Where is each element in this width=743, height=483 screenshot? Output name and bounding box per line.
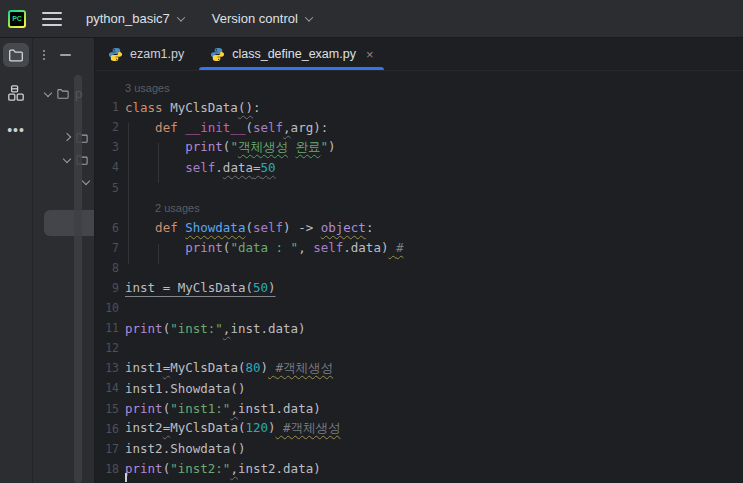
code-line[interactable]: 18print("inst2:",inst2.data)	[95, 459, 743, 479]
code-line[interactable]: 11print("inst:",inst.data)	[95, 318, 743, 338]
code-text: class MyClsData():	[125, 100, 261, 115]
code-token: 완료	[295, 139, 320, 154]
code-token: "	[230, 139, 238, 154]
line-number[interactable]: 12	[95, 341, 119, 355]
line-number[interactable]: 3	[95, 140, 119, 154]
project-tree-row[interactable]: p	[33, 82, 94, 104]
code-text: inst = MyClsData(50)	[125, 280, 276, 295]
more-tool-windows-button[interactable]: •••	[3, 118, 29, 142]
code-token: Showdata	[185, 220, 245, 235]
chevron-down-icon	[305, 13, 313, 21]
tree-chevron-down-icon[interactable]	[44, 89, 52, 97]
code-token: self	[253, 120, 283, 135]
usages-inlay-hint-label[interactable]: 2 usages	[125, 202, 200, 214]
code-line[interactable]: 9inst = MyClsData(50)	[95, 278, 743, 298]
code-token: inst = MyClsData(	[125, 280, 253, 295]
code-text: print("객체생성 완료")	[125, 139, 336, 156]
code-line[interactable]: 2 def __init__(self,arg):	[95, 117, 743, 137]
line-number[interactable]: 5	[95, 181, 119, 195]
panel-options-icon[interactable]	[43, 50, 45, 60]
tab-label: class_define_exam.py	[232, 47, 356, 61]
code-line[interactable]: 1class MyClsData():	[95, 97, 743, 117]
structure-tool-button[interactable]	[3, 81, 29, 105]
code-text: print("data : ", self.data) #	[125, 240, 404, 255]
inlay-row[interactable]: 3 usages	[95, 77, 743, 97]
project-tool-button[interactable]	[3, 43, 29, 67]
code-line[interactable]: 14inst1.Showdata()	[95, 378, 743, 398]
code-token: :	[253, 100, 261, 115]
tab-bar: ezam1.py class_define_exam.py×	[95, 38, 743, 71]
project-selector[interactable]: python_basic7	[86, 11, 184, 26]
usages-inlay-hint-label[interactable]: 3 usages	[125, 82, 170, 94]
code-token: )	[328, 139, 336, 154]
code-line[interactable]: 8	[95, 258, 743, 278]
code-token: ,	[283, 120, 291, 135]
code-token: inst1.Showdata()	[125, 381, 245, 396]
code-text: inst2.Showdata()	[125, 441, 245, 456]
code-token: ()	[238, 100, 253, 115]
tab-ezam1.py[interactable]: ezam1.py	[95, 38, 197, 70]
close-tab-icon[interactable]: ×	[366, 48, 374, 61]
project-tree-row[interactable]	[33, 126, 94, 148]
line-number[interactable]: 8	[95, 261, 119, 275]
code-token: ) ->	[283, 220, 321, 235]
line-number[interactable]: 17	[95, 442, 119, 456]
code-line[interactable]: 12	[95, 338, 743, 358]
code-token: inst.data)	[230, 321, 305, 336]
code-token: arg):	[291, 120, 329, 135]
project-tree-selected-row[interactable]	[44, 210, 95, 236]
line-number[interactable]: 13	[95, 361, 119, 375]
line-number[interactable]: 14	[95, 381, 119, 395]
tree-chevron-down-icon[interactable]	[63, 155, 71, 163]
line-number[interactable]: 4	[95, 160, 119, 174]
usages-inlay-hint: 3 usages	[125, 80, 170, 95]
code-text: inst1.Showdata()	[125, 381, 245, 396]
line-number[interactable]: 18	[95, 462, 119, 476]
code-line[interactable]: 5	[95, 177, 743, 197]
version-control-selector[interactable]: Version control	[212, 11, 312, 26]
code-line[interactable]: 7 print("data : ", self.data) #	[95, 238, 743, 258]
line-number[interactable]: 2	[95, 120, 119, 134]
pycharm-logo-text: PC	[10, 12, 24, 26]
code-line[interactable]: 10	[95, 298, 743, 318]
line-number[interactable]: 15	[95, 402, 119, 416]
line-number[interactable]: 6	[95, 221, 119, 235]
code-token: :	[366, 220, 374, 235]
tab-class_define_exam.py[interactable]: class_define_exam.py×	[197, 38, 386, 70]
line-number[interactable]: 16	[95, 422, 119, 436]
editor[interactable]: 3 usages1class MyClsData():2 def __init_…	[95, 71, 743, 483]
code-token: object	[321, 220, 366, 235]
tool-window-stripe: •••	[0, 38, 33, 483]
line-number[interactable]: 1	[95, 100, 119, 114]
line-number[interactable]: 9	[95, 281, 119, 295]
line-number[interactable]: 7	[95, 241, 119, 255]
code-token	[125, 120, 155, 135]
code-line[interactable]: 17inst2.Showdata()	[95, 439, 743, 459]
project-panel-header	[33, 38, 94, 71]
hide-panel-icon[interactable]	[60, 54, 71, 56]
code-line[interactable]: 3 print("객체생성 완료")	[95, 137, 743, 157]
tree-chevron-down-icon[interactable]	[82, 177, 90, 185]
line-number[interactable]: 10	[95, 301, 119, 315]
code-line[interactable]: 6 def Showdata(self) -> object:	[95, 218, 743, 238]
code-line[interactable]: 4 self.data=50	[95, 157, 743, 177]
panel-scrollbar[interactable]	[74, 75, 82, 483]
code-token: print	[125, 461, 163, 476]
main-menu-icon[interactable]	[42, 12, 62, 26]
code-line[interactable]: 15print("inst1:",inst1.data)	[95, 399, 743, 419]
project-tree-row[interactable]	[33, 148, 94, 170]
code-token: )	[268, 280, 276, 295]
project-tree-row[interactable]	[33, 104, 94, 126]
code-line[interactable]: 13inst1=MyClsData(80) #객체생성	[95, 358, 743, 378]
inlay-row[interactable]: 2 usages	[95, 198, 743, 218]
code-token: #객체생성	[283, 420, 341, 435]
folder-icon	[56, 87, 70, 100]
project-tree-row[interactable]	[33, 170, 94, 192]
line-number[interactable]: 11	[95, 321, 119, 335]
tree-chevron-right-icon[interactable]	[63, 133, 71, 141]
titlebar: PC python_basic7 Version control	[0, 0, 743, 38]
code-token: MyClsData	[163, 100, 238, 115]
code-line[interactable]: 16inst2=MyClsData(120) #객체생성	[95, 419, 743, 439]
version-control-label: Version control	[212, 11, 298, 26]
code-token: 50	[253, 280, 268, 295]
